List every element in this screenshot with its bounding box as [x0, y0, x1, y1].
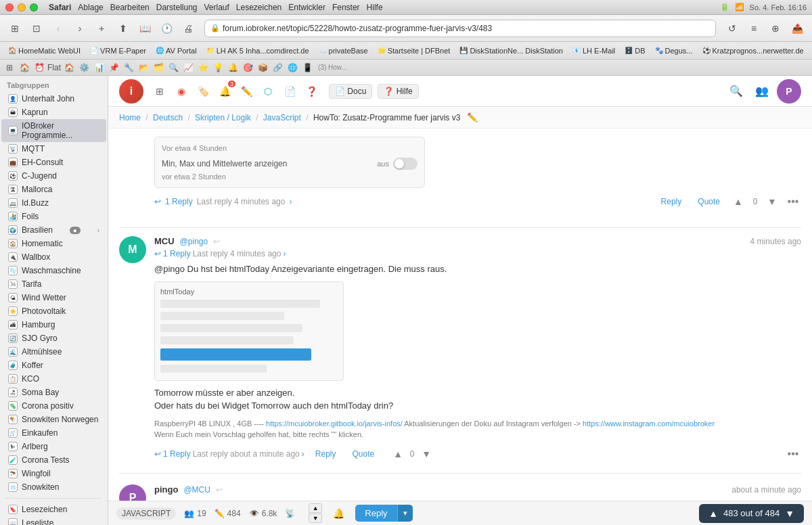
- menu-hilfe[interactable]: Hilfe: [367, 3, 383, 12]
- bookmark-more[interactable]: »: [809, 45, 812, 56]
- sidebar-item-kaprun[interactable]: 🏔 Kaprun: [1, 106, 106, 119]
- share-button[interactable]: ⬆: [114, 19, 133, 38]
- sidebar-item-arlberg[interactable]: ⛷ Arlberg: [1, 440, 106, 453]
- menu-entwickler[interactable]: Entwickler: [288, 3, 325, 12]
- sidebar-item-photovoltaik[interactable]: ☀️ Photovoltaik: [1, 304, 106, 318]
- bookmark-lh-ak[interactable]: 📁 LH AK 5 Inha...comdirect.de: [202, 45, 313, 56]
- forum-nav-question[interactable]: ❓: [302, 82, 321, 101]
- sidebar-item-mallorca[interactable]: 🏝 Mallorca: [1, 183, 106, 196]
- minimize-button[interactable]: [18, 3, 26, 12]
- sidebar-item-c-jugend[interactable]: ⚽ C-Jugend: [1, 169, 106, 183]
- menu-darstellung[interactable]: Darstellung: [156, 3, 198, 12]
- menu-bearbeiten[interactable]: Bearbeiten: [110, 3, 150, 12]
- forum-nav-tag[interactable]: 🏷️: [194, 82, 212, 101]
- breadcrumb-home[interactable]: Home: [119, 113, 141, 122]
- quote-button-mcu[interactable]: Quote: [346, 447, 380, 461]
- posts-area[interactable]: Vor etwa 4 Stunden Min, Max und Mittelwe…: [108, 129, 812, 501]
- reply-caret-button[interactable]: ▾: [397, 505, 413, 522]
- sidebar-item-altmuehlsee[interactable]: 🌊 Altmühlsee: [1, 345, 106, 359]
- sidebar-item-mqtt[interactable]: 📡 MQTT: [1, 142, 106, 156]
- post-username-pingo[interactable]: pingo: [154, 484, 178, 495]
- bm2-icon-13[interactable]: 💡: [211, 61, 225, 74]
- downvote-button-top[interactable]: ▼: [765, 194, 780, 209]
- bm2-icon-15[interactable]: 🎯: [241, 61, 254, 74]
- breadcrumb-skripten[interactable]: Skripten / Logik: [195, 113, 251, 122]
- bookmark-homematic[interactable]: 🏠 HomeMatic WebUI: [4, 45, 85, 56]
- users-button[interactable]: 👥: [751, 81, 773, 102]
- bookmark-db[interactable]: 🗄️ DB: [621, 45, 649, 56]
- bm2-icon-14[interactable]: 🔔: [226, 61, 240, 74]
- sidebar-item-corona-tests[interactable]: 🧪 Corona Tests: [1, 453, 106, 467]
- forum-nav-circle[interactable]: ◉: [172, 82, 191, 101]
- maximize-button[interactable]: [30, 3, 38, 12]
- sidebar-item-corona-positiv[interactable]: 🦠 Corona positiv: [1, 399, 106, 413]
- bm2-icon-17[interactable]: 🔗: [271, 61, 284, 74]
- reply-main-button[interactable]: Reply: [355, 505, 397, 522]
- more-button-top[interactable]: •••: [785, 193, 801, 210]
- bookmark-diskstation[interactable]: 💾 DiskStationNe... DiskStation: [455, 45, 567, 56]
- bm2-icon-5[interactable]: 📊: [92, 61, 106, 74]
- bm2-icon-16[interactable]: 📦: [256, 61, 269, 74]
- toggle-row-main[interactable]: Min, Max und Mittelwerte anzeigen aus: [162, 158, 418, 170]
- bookmark-dfbnet[interactable]: 🌟 Startseite | DFBnet: [374, 45, 455, 56]
- scroll-down-button[interactable]: ▼: [309, 513, 322, 523]
- bm2-icon-7[interactable]: 🔧: [122, 61, 135, 74]
- bookmark-button[interactable]: 📤: [788, 19, 807, 38]
- forum-nav-hex[interactable]: ⬡: [258, 82, 277, 101]
- bm2-icon-home2[interactable]: 🏠: [62, 61, 76, 74]
- bm2-flat[interactable]: Flat: [47, 61, 61, 74]
- print-button[interactable]: 🖨: [179, 19, 198, 38]
- bookmark-lh-email[interactable]: 📧 LH E-Mail: [568, 45, 619, 56]
- sidebar-item-wind-wetter[interactable]: 🌤 Wind Wetter: [1, 291, 106, 304]
- link-instagram[interactable]: https://www.instagram.com/mcuiobroker: [583, 419, 715, 428]
- menu-verlauf[interactable]: Verlauf: [204, 3, 229, 12]
- sidebar-item-soma-bay[interactable]: 🏖 Soma Bay: [1, 386, 106, 399]
- bm2-icon-12[interactable]: ⭐: [196, 61, 210, 74]
- post-avatar-pingo[interactable]: P: [119, 484, 146, 501]
- menu-ablage[interactable]: Ablage: [78, 3, 103, 12]
- upvote-button-top[interactable]: ▲: [731, 194, 746, 209]
- sidebar-item-lesezeichen[interactable]: 🔖 Lesezeichen: [1, 503, 106, 516]
- quote-button-top[interactable]: Quote: [692, 195, 725, 208]
- sidebar-item-tarifa[interactable]: 🌬 Tarifa: [1, 277, 106, 291]
- toggle-switch[interactable]: [393, 158, 418, 170]
- rss-icon[interactable]: 📡: [285, 509, 295, 518]
- bm2-icon-3[interactable]: ⏰: [32, 61, 46, 74]
- sidebar-item-brasilien[interactable]: 🌍 Brasilien ● ›: [1, 223, 106, 237]
- bookmark-vrm[interactable]: 📄 VRM E-Paper: [86, 45, 150, 56]
- help-button[interactable]: ❓ Hilfe: [378, 84, 418, 99]
- address-bar[interactable]: 🔒 forum.iobroker.net/topic/52228/howto-z…: [204, 20, 716, 37]
- bookmark-av[interactable]: 🌐 AV Portal: [152, 45, 201, 56]
- bookmark-degus[interactable]: 🐾 Degus...: [651, 45, 697, 56]
- sidebar-item-idbuzz[interactable]: 🚐 Id.Buzz: [1, 196, 106, 210]
- more-button-mcu[interactable]: •••: [785, 446, 801, 462]
- bm2-icon-18[interactable]: 🌐: [286, 61, 299, 74]
- sidebar-item-foils[interactable]: 🏄 Foils: [1, 210, 106, 223]
- sidebar-item-iobroker[interactable]: 💻 IOBroker Programmie...: [1, 119, 106, 142]
- bm2-icon-2[interactable]: 🏠: [18, 61, 31, 74]
- progress-down-button[interactable]: ▼: [785, 508, 794, 519]
- sidebar-item-leseliste[interactable]: 📖 Leseliste: [1, 516, 106, 525]
- sidebar-item-einkaufen[interactable]: 🛒 Einkaufen: [1, 426, 106, 440]
- post-username-mcu[interactable]: MCU: [154, 236, 175, 246]
- user-avatar[interactable]: P: [777, 79, 801, 104]
- sidebar-item-wallbox[interactable]: 🔌 Wallbox: [1, 250, 106, 264]
- new-tab-button[interactable]: +: [92, 19, 111, 38]
- notification-toggle-button[interactable]: 🔔: [330, 505, 347, 522]
- sidebar-item-hamburg[interactable]: 🏙 Hamburg: [1, 318, 106, 332]
- post-mention-mcu[interactable]: @pingo: [180, 237, 208, 246]
- bm2-icon-6[interactable]: 📌: [107, 61, 120, 74]
- breadcrumb-deutsch[interactable]: Deutsch: [153, 113, 183, 122]
- bm2-icon-9[interactable]: 🗂️: [152, 61, 165, 74]
- sidebar-item-waschmaschine[interactable]: 🫧 Waschmaschine: [1, 264, 106, 277]
- close-button[interactable]: [5, 3, 14, 12]
- bm2-icon-11[interactable]: 📈: [181, 61, 195, 74]
- forum-nav-pencil[interactable]: ✏️: [237, 82, 256, 101]
- progress-up-button[interactable]: ▲: [708, 508, 718, 519]
- forward-button[interactable]: ›: [70, 19, 89, 38]
- reply-indicator[interactable]: ↩ 1 Reply Last reply 4 minutes ago › Rep…: [154, 193, 801, 210]
- reply-button-mcu[interactable]: Reply: [310, 447, 342, 461]
- bm2-icon-4[interactable]: ⚙️: [77, 61, 91, 74]
- sidebar-toggle-button[interactable]: ⊞: [5, 19, 24, 38]
- reading-list-button[interactable]: 📖: [135, 19, 154, 38]
